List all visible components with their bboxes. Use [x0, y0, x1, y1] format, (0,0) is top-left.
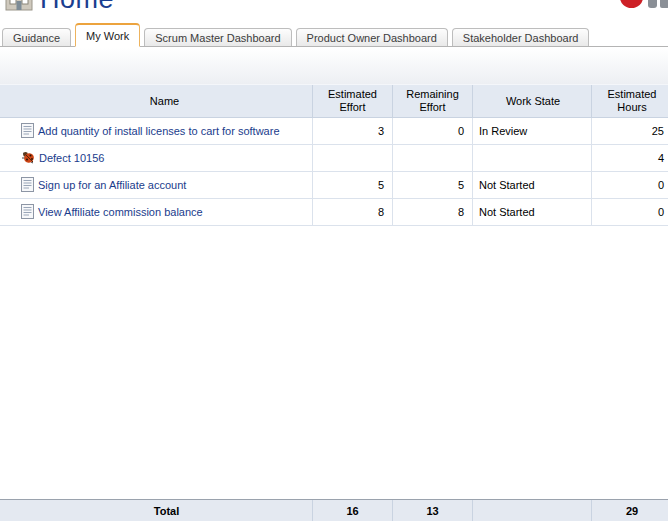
work-item-link[interactable]: Add quantity of install licenses to cart… — [38, 125, 280, 137]
column-header-remaining-effort[interactable]: Remaining Effort — [393, 85, 473, 117]
estimated-effort-value — [313, 145, 393, 172]
total-estimated-hours: 29 — [592, 500, 668, 521]
total-estimated-effort: 16 — [313, 500, 393, 521]
table-row[interactable]: Defect 10156 4 — [0, 145, 668, 172]
tab-product-owner-dashboard[interactable]: Product Owner Dashboard — [296, 28, 448, 46]
my-work-grid: Name Estimated Effort Remaining Effort W… — [0, 84, 668, 226]
red-arc-logo-icon — [620, 0, 643, 8]
estimated-hours-value: 25 — [592, 118, 668, 145]
work-state-value: Not Started — [473, 172, 592, 199]
estimated-effort-value: 3 — [313, 118, 393, 145]
grid-total-row: Total 16 13 29 — [0, 499, 668, 521]
column-header-estimated-effort[interactable]: Estimated Effort — [313, 85, 393, 117]
page-title: Home — [40, 0, 114, 15]
bug-icon — [21, 150, 35, 166]
estimated-hours-value: 0 — [592, 172, 668, 199]
estimated-effort-value: 8 — [313, 199, 393, 226]
remaining-effort-value: 5 — [393, 172, 473, 199]
page-header: Home — [0, 0, 668, 22]
document-icon — [21, 177, 34, 194]
brand-logo — [620, 0, 668, 14]
logo-wordmark-partial — [648, 0, 657, 8]
dashboard-tabbar: Guidance My Work Scrum Master Dashboard … — [0, 22, 668, 47]
tab-content-top-spacer — [0, 48, 668, 84]
estimated-hours-value: 0 — [592, 199, 668, 226]
document-icon — [21, 204, 34, 221]
table-row[interactable]: Sign up for an Affiliate account 5 5 Not… — [0, 172, 668, 199]
estimated-effort-value: 5 — [313, 172, 393, 199]
work-item-link[interactable]: Sign up for an Affiliate account — [38, 179, 186, 191]
tab-stakeholder-dashboard[interactable]: Stakeholder Dashboard — [452, 28, 590, 46]
work-item-link[interactable]: View Affiliate commission balance — [38, 206, 203, 218]
column-header-work-state[interactable]: Work State — [473, 85, 592, 117]
total-remaining-effort: 13 — [393, 500, 473, 521]
table-row[interactable]: View Affiliate commission balance 8 8 No… — [0, 199, 668, 226]
logo-wordmark-partial — [660, 0, 668, 8]
work-state-value: Not Started — [473, 199, 592, 226]
total-label: Total — [0, 500, 313, 521]
estimated-hours-value: 4 — [592, 145, 668, 172]
tab-my-work[interactable]: My Work — [75, 23, 140, 47]
tab-scrum-master-dashboard[interactable]: Scrum Master Dashboard — [144, 28, 291, 46]
total-work-state — [473, 500, 592, 521]
remaining-effort-value — [393, 145, 473, 172]
home-page: Home Guidance My Work Scrum Master Dashb… — [0, 0, 668, 524]
grid-header-row: Name Estimated Effort Remaining Effort W… — [0, 84, 668, 118]
column-header-estimated-hours[interactable]: Estimated Hours — [592, 85, 668, 117]
document-icon — [21, 123, 34, 140]
work-state-value: In Review — [473, 118, 592, 145]
column-header-name[interactable]: Name — [0, 85, 313, 117]
table-row[interactable]: Add quantity of install licenses to cart… — [0, 118, 668, 145]
remaining-effort-value: 0 — [393, 118, 473, 145]
home-icon — [3, 0, 35, 13]
work-state-value — [473, 145, 592, 172]
work-item-link[interactable]: Defect 10156 — [39, 152, 104, 164]
tab-guidance[interactable]: Guidance — [2, 28, 71, 46]
remaining-effort-value: 8 — [393, 199, 473, 226]
